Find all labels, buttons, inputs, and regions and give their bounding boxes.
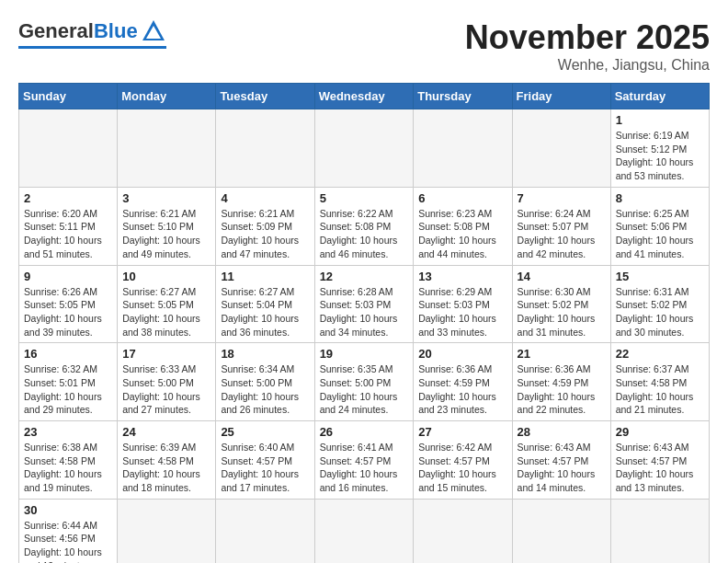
calendar-cell: 4Sunrise: 6:21 AM Sunset: 5:09 PM Daylig… bbox=[216, 187, 314, 265]
day-number: 21 bbox=[518, 347, 606, 361]
day-info: Sunrise: 6:19 AM Sunset: 5:12 PM Dayligh… bbox=[616, 129, 704, 183]
weekday-header-wednesday: Wednesday bbox=[314, 84, 414, 109]
logo: General Blue bbox=[18, 18, 166, 49]
day-number: 6 bbox=[418, 191, 506, 205]
calendar-cell bbox=[314, 109, 414, 188]
calendar-cell: 10Sunrise: 6:27 AM Sunset: 5:05 PM Dayli… bbox=[118, 265, 216, 343]
day-info: Sunrise: 6:31 AM Sunset: 5:02 PM Dayligh… bbox=[616, 285, 704, 339]
calendar-cell bbox=[216, 109, 314, 188]
day-number: 3 bbox=[122, 191, 210, 205]
day-number: 27 bbox=[418, 425, 506, 439]
calendar-cell: 11Sunrise: 6:27 AM Sunset: 5:04 PM Dayli… bbox=[216, 265, 314, 343]
calendar-cell: 20Sunrise: 6:36 AM Sunset: 4:59 PM Dayli… bbox=[414, 343, 512, 421]
calendar-cell: 12Sunrise: 6:28 AM Sunset: 5:03 PM Dayli… bbox=[314, 265, 414, 343]
day-info: Sunrise: 6:43 AM Sunset: 4:57 PM Dayligh… bbox=[518, 441, 606, 495]
weekday-header-sunday: Sunday bbox=[19, 84, 118, 109]
calendar-cell: 1Sunrise: 6:19 AM Sunset: 5:12 PM Daylig… bbox=[610, 109, 709, 188]
calendar-cell: 29Sunrise: 6:43 AM Sunset: 4:57 PM Dayli… bbox=[610, 421, 709, 500]
week-row-4: 16Sunrise: 6:32 AM Sunset: 5:01 PM Dayli… bbox=[19, 343, 710, 421]
weekday-header-saturday: Saturday bbox=[610, 84, 709, 109]
day-info: Sunrise: 6:40 AM Sunset: 4:57 PM Dayligh… bbox=[221, 441, 309, 495]
day-number: 12 bbox=[320, 270, 409, 283]
day-number: 8 bbox=[616, 191, 704, 205]
day-info: Sunrise: 6:29 AM Sunset: 5:03 PM Dayligh… bbox=[418, 285, 506, 339]
calendar-cell: 18Sunrise: 6:34 AM Sunset: 5:00 PM Dayli… bbox=[216, 343, 314, 421]
day-info: Sunrise: 6:21 AM Sunset: 5:09 PM Dayligh… bbox=[221, 207, 309, 261]
day-info: Sunrise: 6:36 AM Sunset: 4:59 PM Dayligh… bbox=[518, 362, 606, 417]
week-row-1: 1Sunrise: 6:19 AM Sunset: 5:12 PM Daylig… bbox=[19, 109, 710, 188]
week-row-2: 2Sunrise: 6:20 AM Sunset: 5:11 PM Daylig… bbox=[19, 187, 710, 265]
day-info: Sunrise: 6:37 AM Sunset: 4:58 PM Dayligh… bbox=[616, 362, 704, 417]
day-number: 14 bbox=[518, 270, 606, 283]
calendar-cell bbox=[414, 109, 512, 188]
calendar-cell: 27Sunrise: 6:42 AM Sunset: 4:57 PM Dayli… bbox=[414, 421, 512, 500]
day-number: 26 bbox=[320, 425, 409, 439]
logo-blue-text: Blue bbox=[94, 19, 138, 43]
day-number: 16 bbox=[24, 347, 112, 361]
weekday-header-thursday: Thursday bbox=[414, 84, 512, 109]
calendar-cell bbox=[216, 499, 314, 563]
day-info: Sunrise: 6:34 AM Sunset: 5:00 PM Dayligh… bbox=[221, 362, 309, 417]
week-row-6: 30Sunrise: 6:44 AM Sunset: 4:56 PM Dayli… bbox=[19, 499, 710, 563]
calendar-cell: 5Sunrise: 6:22 AM Sunset: 5:08 PM Daylig… bbox=[314, 187, 414, 265]
day-info: Sunrise: 6:39 AM Sunset: 4:58 PM Dayligh… bbox=[122, 441, 210, 495]
weekday-header-friday: Friday bbox=[512, 84, 610, 109]
page-header: General Blue November 2025 Wenhe, Jiangs… bbox=[18, 18, 710, 74]
day-info: Sunrise: 6:28 AM Sunset: 5:03 PM Dayligh… bbox=[320, 285, 409, 339]
calendar-cell bbox=[314, 499, 414, 563]
calendar-cell: 2Sunrise: 6:20 AM Sunset: 5:11 PM Daylig… bbox=[19, 187, 118, 265]
calendar-cell bbox=[512, 109, 610, 188]
weekday-header-row: SundayMondayTuesdayWednesdayThursdayFrid… bbox=[19, 84, 710, 109]
day-number: 24 bbox=[122, 425, 210, 439]
day-info: Sunrise: 6:24 AM Sunset: 5:07 PM Dayligh… bbox=[518, 207, 606, 261]
day-number: 25 bbox=[221, 425, 309, 439]
calendar-cell: 30Sunrise: 6:44 AM Sunset: 4:56 PM Dayli… bbox=[19, 499, 118, 563]
day-info: Sunrise: 6:38 AM Sunset: 4:58 PM Dayligh… bbox=[24, 441, 112, 495]
day-number: 1 bbox=[616, 113, 704, 127]
day-number: 28 bbox=[518, 425, 606, 439]
calendar-cell: 6Sunrise: 6:23 AM Sunset: 5:08 PM Daylig… bbox=[414, 187, 512, 265]
day-info: Sunrise: 6:30 AM Sunset: 5:02 PM Dayligh… bbox=[518, 285, 606, 339]
day-number: 4 bbox=[221, 191, 309, 205]
week-row-5: 23Sunrise: 6:38 AM Sunset: 4:58 PM Dayli… bbox=[19, 421, 710, 500]
day-number: 17 bbox=[122, 347, 210, 361]
day-info: Sunrise: 6:22 AM Sunset: 5:08 PM Dayligh… bbox=[320, 207, 409, 261]
calendar-cell: 23Sunrise: 6:38 AM Sunset: 4:58 PM Dayli… bbox=[19, 421, 118, 500]
day-number: 10 bbox=[122, 270, 210, 283]
calendar-cell: 21Sunrise: 6:36 AM Sunset: 4:59 PM Dayli… bbox=[512, 343, 610, 421]
calendar-cell: 19Sunrise: 6:35 AM Sunset: 5:00 PM Dayli… bbox=[314, 343, 414, 421]
day-info: Sunrise: 6:44 AM Sunset: 4:56 PM Dayligh… bbox=[24, 519, 112, 563]
calendar-cell: 16Sunrise: 6:32 AM Sunset: 5:01 PM Dayli… bbox=[19, 343, 118, 421]
title-block: November 2025 Wenhe, Jiangsu, China bbox=[465, 18, 710, 74]
calendar-cell: 14Sunrise: 6:30 AM Sunset: 5:02 PM Dayli… bbox=[512, 265, 610, 343]
calendar-cell: 26Sunrise: 6:41 AM Sunset: 4:57 PM Dayli… bbox=[314, 421, 414, 500]
day-number: 7 bbox=[518, 191, 606, 205]
logo-underline bbox=[18, 46, 166, 49]
calendar-cell: 17Sunrise: 6:33 AM Sunset: 5:00 PM Dayli… bbox=[118, 343, 216, 421]
day-info: Sunrise: 6:27 AM Sunset: 5:05 PM Dayligh… bbox=[122, 285, 210, 339]
day-info: Sunrise: 6:21 AM Sunset: 5:10 PM Dayligh… bbox=[122, 207, 210, 261]
day-info: Sunrise: 6:20 AM Sunset: 5:11 PM Dayligh… bbox=[24, 207, 112, 261]
day-number: 30 bbox=[24, 503, 112, 517]
day-info: Sunrise: 6:35 AM Sunset: 5:00 PM Dayligh… bbox=[320, 362, 409, 417]
day-number: 9 bbox=[24, 270, 112, 283]
day-number: 19 bbox=[320, 347, 409, 361]
day-number: 29 bbox=[616, 425, 704, 439]
month-title: November 2025 bbox=[465, 18, 710, 57]
day-number: 5 bbox=[320, 191, 409, 205]
calendar-cell: 22Sunrise: 6:37 AM Sunset: 4:58 PM Dayli… bbox=[610, 343, 709, 421]
day-number: 23 bbox=[24, 425, 112, 439]
logo-icon bbox=[141, 18, 166, 44]
calendar-cell bbox=[118, 109, 216, 188]
calendar-cell: 28Sunrise: 6:43 AM Sunset: 4:57 PM Dayli… bbox=[512, 421, 610, 500]
day-number: 18 bbox=[221, 347, 309, 361]
day-info: Sunrise: 6:27 AM Sunset: 5:04 PM Dayligh… bbox=[221, 285, 309, 339]
day-number: 15 bbox=[616, 270, 704, 283]
day-number: 11 bbox=[221, 270, 309, 283]
day-info: Sunrise: 6:36 AM Sunset: 4:59 PM Dayligh… bbox=[418, 362, 506, 417]
day-info: Sunrise: 6:41 AM Sunset: 4:57 PM Dayligh… bbox=[320, 441, 409, 495]
weekday-header-monday: Monday bbox=[118, 84, 216, 109]
week-row-3: 9Sunrise: 6:26 AM Sunset: 5:05 PM Daylig… bbox=[19, 265, 710, 343]
calendar-cell: 3Sunrise: 6:21 AM Sunset: 5:10 PM Daylig… bbox=[118, 187, 216, 265]
calendar-table: SundayMondayTuesdayWednesdayThursdayFrid… bbox=[18, 83, 710, 563]
